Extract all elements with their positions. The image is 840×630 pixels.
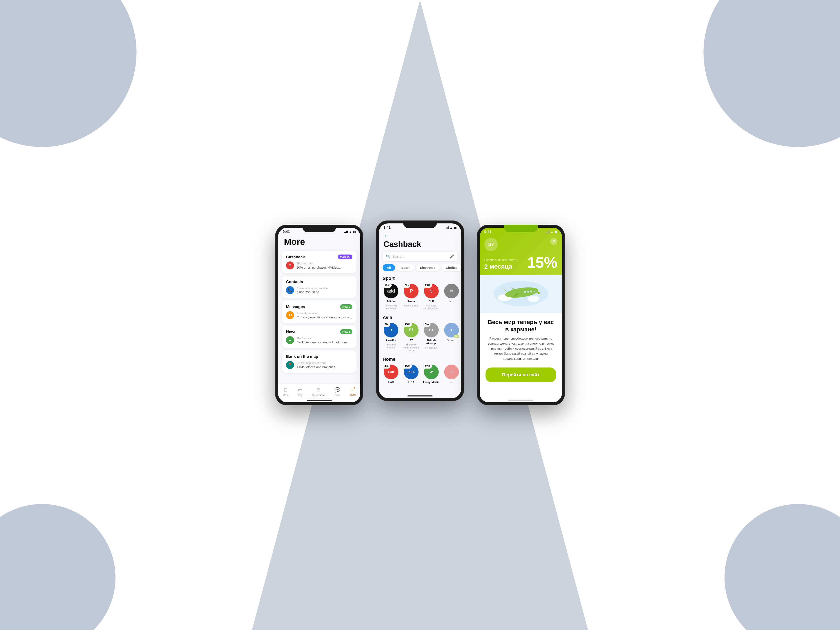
bank-map-card[interactable]: Bank on the map 📍 On the map you can fin… — [282, 351, 357, 373]
s7-promo-info: Cashback на все билеты 2 месяца 15% — [480, 255, 562, 275]
cashback-item-s7[interactable]: S7 15% S7 The whole world is in your poc… — [403, 323, 420, 352]
time-1: 9:41 — [283, 230, 290, 234]
news-card[interactable]: News New 1 ● The freshest Bank customers… — [282, 325, 357, 348]
battery-icon-2: ▮▮ — [453, 226, 456, 229]
leroy-logo-text: LM — [429, 370, 433, 373]
search-placeholder: Search — [392, 254, 447, 259]
messages-card[interactable]: Messages New 3 ✉ Recently received Curre… — [282, 300, 357, 323]
avia4-brand: On ev... — [447, 339, 456, 342]
s7-plane-illustration — [491, 279, 550, 309]
contacts-card[interactable]: Contacts 📞 Customer support service 8 80… — [282, 276, 357, 298]
aeroflot-logo-text: ✈ — [390, 328, 393, 332]
sport4-logo: N — [444, 284, 459, 298]
filter-tab-clothes[interactable]: Clothes — [442, 264, 461, 271]
sport-section-title: Sport — [379, 275, 461, 284]
cashback-card[interactable]: Cashback More 23 M The best offer 20% on… — [282, 251, 357, 273]
cashback-page-title: Cashback — [379, 239, 461, 252]
news-card-title: News — [286, 330, 297, 334]
nav-main[interactable]: ⊟ Main — [283, 387, 289, 397]
s7-body-text: Рассекат снег сноубордом или серфить по … — [480, 336, 562, 368]
s7-logo-wrap-cb: S7 15% — [404, 323, 418, 338]
messages-desc: Currency operations are not conducte... — [297, 316, 352, 319]
filter-tab-all[interactable]: All — [383, 264, 395, 271]
messages-card-header: Messages New 3 — [286, 304, 352, 309]
cashback-item-adidas[interactable]: add 10% Adidas All February and March — [383, 284, 399, 310]
time-3: 9:41 — [484, 230, 491, 234]
plane-svg — [491, 279, 550, 308]
cashback-item-ikea[interactable]: IKEA 15% IKEA — [403, 365, 420, 384]
nav-main-label: Main — [283, 393, 289, 397]
slb-percent: 15% — [423, 283, 432, 288]
filter-tab-electronic[interactable]: Electronic — [416, 264, 439, 271]
status-icons-3: ▲ ▮▮ — [546, 230, 557, 234]
s7-logo-text-cb: S7 — [409, 328, 414, 332]
s7-close-button[interactable]: ✕ — [550, 238, 557, 245]
bank-map-header: Bank on the map — [286, 354, 352, 359]
adidas-logo-text: add — [387, 288, 395, 294]
bg-circle-top-left — [0, 0, 136, 147]
back-button[interactable]: ← — [384, 232, 389, 239]
cashback-item-british[interactable]: BA 5% British Airways Fly and buy — [423, 323, 440, 352]
s7-promo-label: Cashback на все билеты — [484, 258, 518, 262]
nav-operations[interactable]: ☰ Operations — [312, 387, 325, 397]
leroy-logo-wrap: LM 12% — [424, 365, 439, 379]
cashback-card-text: The best offer 20% on all purchases MVid… — [297, 262, 341, 269]
cashback-sub: The best offer — [297, 262, 341, 265]
bg-circle-top-right — [704, 0, 840, 147]
nav-chat[interactable]: 💬 Chat — [335, 387, 340, 397]
svg-point-6 — [527, 291, 529, 293]
nav-more[interactable]: ⋯ More — [349, 388, 356, 396]
status-icons-1: ▲ ▮▮ — [344, 230, 356, 234]
nav-more-label: More — [349, 393, 356, 396]
nav-pay[interactable]: ▭ Pay — [298, 387, 302, 397]
s7-headline: Весь мир теперь у вас в кармане! — [480, 313, 562, 336]
filter-tab-sport[interactable]: Sport — [397, 264, 414, 271]
phone-s7: 9:41 ▲ ▮▮ S7 ✕ — [477, 225, 565, 405]
puma-brand: Puma — [407, 300, 415, 303]
news-sub: The freshest — [297, 336, 350, 340]
bank-map-logo: 📍 — [286, 361, 294, 369]
s7-promo-left: Cashback на все билеты 2 месяца — [484, 258, 518, 270]
search-bar[interactable]: 🔍 Search 🎤 — [383, 252, 457, 261]
s7-offer-header: 9:41 ▲ ▮▮ S7 ✕ — [480, 227, 562, 275]
slb-brand: SLB — [429, 300, 434, 303]
home-indicator-3 — [508, 399, 534, 401]
contacts-card-content: 📞 Customer support service 8 800 250 50 … — [286, 286, 352, 294]
adidas-desc: All February and March — [383, 304, 399, 310]
contacts-sub: Customer support service — [297, 287, 328, 290]
home4-logo-text: H — [451, 370, 453, 373]
leroy-percent: 12% — [423, 364, 432, 369]
hoff-percent: 4% — [383, 364, 390, 369]
phone-screen-s7: 9:41 ▲ ▮▮ S7 ✕ — [480, 227, 562, 403]
avia4-logo-wrap: ✈ On — [444, 323, 459, 338]
s7-cta-button[interactable]: Перейти на сайт — [486, 368, 556, 382]
phone-screen-cashback: 9:41 ▲ ▮▮ ← Cashback 🔍 Search 🎤 A — [379, 223, 461, 398]
messages-badge: New 3 — [340, 304, 352, 309]
slb-logo-text: 5 — [430, 289, 433, 294]
puma-logo-wrap: P 5% — [404, 284, 418, 298]
bg-circle-bottom-right — [725, 504, 840, 630]
hoff-brand: Hoff — [388, 381, 394, 384]
avia-section-title: Avia — [379, 314, 461, 323]
phone-notch-2 — [403, 221, 437, 228]
cashback-item-aeroflot[interactable]: ✈ 7% Aeroflot Absolutely amazing — [383, 323, 399, 352]
home-indicator-1 — [306, 399, 332, 401]
bank-map-desc: ATMs, offices and branches — [297, 365, 335, 369]
s7-brand-cb: S7 — [409, 339, 413, 342]
nav-pay-icon: ▭ — [298, 387, 302, 393]
home4-brand: Ho... — [448, 381, 455, 384]
phones-container: 9:41 ▲ ▮▮ More Cashback More 23 M — [275, 225, 565, 405]
hoff-logo-text: Hoff — [388, 370, 394, 374]
bank-map-title: Bank on the map — [286, 354, 318, 359]
cashback-item-leroy[interactable]: LM 12% Leroy-Merlin — [423, 365, 440, 384]
cashback-item-avia4: ✈ On On ev... — [443, 323, 460, 352]
news-logo: ● — [286, 336, 294, 344]
cashback-item-puma[interactable]: P 5% Puma February only — [403, 284, 420, 310]
mic-icon: 🎤 — [450, 254, 454, 259]
cashback-item-slb[interactable]: 5 15% SLB For every second product — [423, 284, 440, 310]
cashback-badge: More 23 — [338, 254, 352, 259]
cashback-item-hoff[interactable]: Hoff 4% Hoff — [383, 365, 399, 384]
news-card-header: News New 1 — [286, 329, 352, 334]
puma-percent: 5% — [403, 283, 411, 288]
nav-more-icon: ⋯ — [351, 388, 354, 392]
